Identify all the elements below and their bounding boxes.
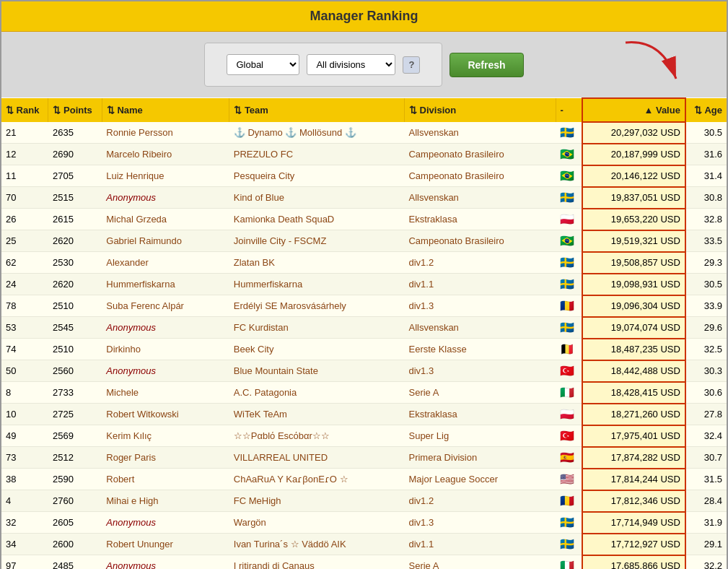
cell-value: 17,812,346 USD xyxy=(582,490,685,512)
refresh-button[interactable]: Refresh xyxy=(449,53,523,77)
team-link[interactable]: Kind of Blue xyxy=(234,192,284,203)
manager-name[interactable]: Gabriel Raimundo xyxy=(106,235,182,246)
cell-value: 19,508,857 USD xyxy=(582,252,685,274)
manager-name[interactable]: Robert Witkowski xyxy=(106,409,178,420)
cell-value: 19,098,931 USD xyxy=(582,274,685,295)
manager-name[interactable]: Mihai e High xyxy=(106,495,158,506)
cell-division: Major League Soccer xyxy=(404,469,556,490)
division-link[interactable]: Ekstraklasa xyxy=(408,409,457,420)
cell-team: Zlatan BK xyxy=(229,252,405,274)
team-link[interactable]: A.C. Patagonia xyxy=(234,387,297,398)
manager-name[interactable]: Luiz Henrique xyxy=(106,170,164,181)
team-link[interactable]: Kamionka Death SquaD xyxy=(234,214,334,225)
team-link[interactable]: PREZULO FC xyxy=(234,149,293,160)
division-link[interactable]: Primera Division xyxy=(408,452,477,463)
manager-name[interactable]: Roger Paris xyxy=(106,452,156,463)
col-value[interactable]: ▲ Value xyxy=(582,98,685,122)
team-link[interactable]: I ritirandi di Canaus xyxy=(234,560,315,569)
cell-division: Eerste Klasse xyxy=(404,339,556,360)
cell-team: Blue Mountain State xyxy=(229,360,405,382)
division-link[interactable]: div1.3 xyxy=(408,300,434,311)
col-team[interactable]: ⇅ Team xyxy=(229,98,405,122)
division-link[interactable]: div1.1 xyxy=(408,279,434,290)
col-age[interactable]: ⇅ Age xyxy=(685,98,727,122)
division-link[interactable]: div1.1 xyxy=(408,539,434,550)
manager-name[interactable]: Hummerfiskarna xyxy=(106,279,175,290)
division-link[interactable]: Allsvenskan xyxy=(408,322,458,333)
cell-flag: 🇵🇱 xyxy=(556,209,582,230)
division-link[interactable]: Campeonato Brasileiro xyxy=(408,235,504,246)
manager-name[interactable]: Kerim Kılıç xyxy=(106,430,152,441)
division-link[interactable]: Eerste Klasse xyxy=(408,344,466,355)
table-row: 26 2615 Michal Grzeda Kamionka Death Squ… xyxy=(1,209,727,230)
manager-name[interactable]: Robert xyxy=(106,474,134,485)
team-link[interactable]: Blue Mountain State xyxy=(234,365,318,376)
team-link[interactable]: ⚓ Dynamo ⚓ Mollösund ⚓ xyxy=(234,127,356,138)
scope-select[interactable]: Global Country League xyxy=(227,54,299,75)
cell-age: 32.4 xyxy=(685,425,727,447)
cell-age: 31.4 xyxy=(685,165,727,187)
manager-name[interactable]: Alexander xyxy=(106,257,149,268)
cell-division: div1.1 xyxy=(404,534,556,555)
team-link[interactable]: FC Kurdistan xyxy=(234,322,289,333)
cell-value: 20,297,032 USD xyxy=(582,122,685,144)
team-link[interactable]: Erdélyi SE Marosvásárhely xyxy=(234,300,346,311)
team-link[interactable]: VILLARREAL UNITED xyxy=(234,452,328,463)
help-button[interactable]: ? xyxy=(403,56,420,74)
division-link[interactable]: Ekstraklasa xyxy=(408,214,457,225)
division-link[interactable]: Serie A xyxy=(408,560,439,569)
cell-age: 30.5 xyxy=(685,122,727,144)
cell-points: 2725 xyxy=(48,404,102,425)
division-link[interactable]: Campeonato Brasileiro xyxy=(408,149,504,160)
team-link[interactable]: Beek City xyxy=(234,344,274,355)
team-link[interactable]: Wargön xyxy=(234,517,266,528)
division-select[interactable]: All divisions Division 1 Division 2 xyxy=(307,54,395,75)
manager-name[interactable]: Suba Ferenc Alpár xyxy=(106,300,184,311)
manager-name[interactable]: Michele xyxy=(106,387,139,398)
cell-age: 31.5 xyxy=(685,469,727,490)
division-link[interactable]: div1.2 xyxy=(408,257,434,268)
manager-name[interactable]: Marcelo Ribeiro xyxy=(106,149,172,160)
division-link[interactable]: div1.2 xyxy=(408,495,434,506)
team-link[interactable]: ☆☆Pαblό Escόbαr☆☆ xyxy=(234,430,330,441)
division-link[interactable]: Serie A xyxy=(408,387,439,398)
team-link[interactable]: Hummerfiskarna xyxy=(234,279,302,290)
manager-name[interactable]: Dirkinho xyxy=(106,344,141,355)
cell-division: div1.1 xyxy=(404,274,556,295)
col-points[interactable]: ⇅ Points xyxy=(48,98,102,122)
team-link[interactable]: Joinville City - FSCMZ xyxy=(234,235,327,246)
team-link[interactable]: ChAaRuA Y KaɾβonEɾO ☆ xyxy=(234,474,348,485)
manager-name[interactable]: Michal Grzeda xyxy=(106,214,167,225)
cell-points: 2705 xyxy=(48,165,102,187)
cell-division: div1.3 xyxy=(404,512,556,534)
cell-team: ⚓ Dynamo ⚓ Mollösund ⚓ xyxy=(229,122,405,144)
cell-rank: 12 xyxy=(1,144,48,165)
manager-name[interactable]: Ronnie Persson xyxy=(106,127,173,138)
cell-age: 32.8 xyxy=(685,209,727,230)
col-rank[interactable]: ⇅ Rank xyxy=(1,98,48,122)
division-link[interactable]: Major League Soccer xyxy=(408,474,498,485)
col-division[interactable]: ⇅ Division xyxy=(404,98,556,122)
division-link[interactable]: Allsvenskan xyxy=(408,192,458,203)
division-link[interactable]: Allsvenskan xyxy=(408,127,458,138)
col-name[interactable]: ⇅ Name xyxy=(102,98,229,122)
table-row: 8 2733 Michele A.C. Patagonia Serie A 🇮🇹… xyxy=(1,382,727,404)
division-link[interactable]: Super Lig xyxy=(408,430,449,441)
cell-age: 33.5 xyxy=(685,230,727,252)
team-link[interactable]: WiTeK TeAm xyxy=(234,409,287,420)
division-link[interactable]: Campeonato Brasileiro xyxy=(408,170,504,181)
cell-flag: 🇮🇹 xyxy=(556,382,582,404)
division-link[interactable]: div1.3 xyxy=(408,517,434,528)
team-link[interactable]: Pesqueira City xyxy=(234,170,295,181)
cell-points: 2515 xyxy=(48,187,102,209)
cell-value: 18,487,235 USD xyxy=(582,339,685,360)
cell-rank: 8 xyxy=(1,382,48,404)
cell-points: 2690 xyxy=(48,144,102,165)
team-link[interactable]: Zlatan BK xyxy=(234,257,275,268)
page-header: Manager Ranking xyxy=(1,1,727,32)
division-link[interactable]: div1.3 xyxy=(408,365,434,376)
team-link[interactable]: Ivan Turina´s ☆ Väddö AIK xyxy=(234,539,346,550)
manager-name[interactable]: Robert Ununger xyxy=(106,539,173,550)
team-link[interactable]: FC MeHigh xyxy=(234,495,281,506)
table-row: 49 2569 Kerim Kılıç ☆☆Pαblό Escόbαr☆☆ Su… xyxy=(1,425,727,447)
